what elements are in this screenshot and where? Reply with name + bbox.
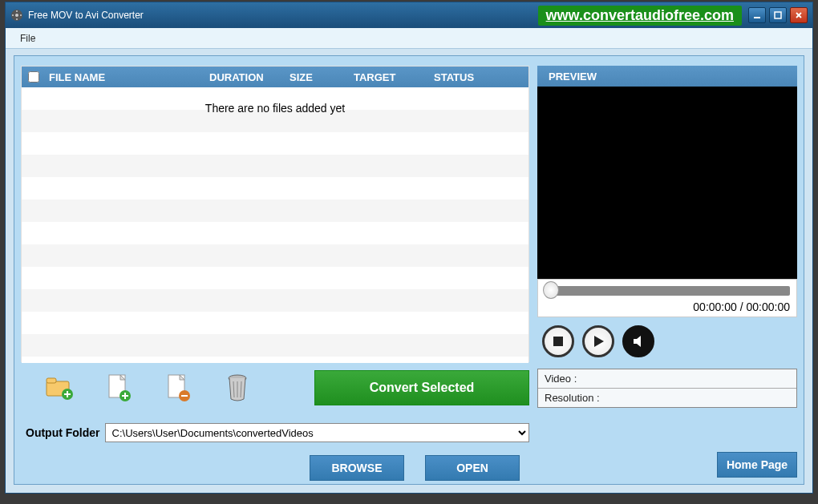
menubar: File [6,28,812,49]
preview-video-area[interactable] [537,87,797,279]
media-info-box: Video : Resolution : [537,369,797,408]
empty-message: There are no files added yet [22,102,528,115]
output-folder-row: Output Folder C:\Users\User\Documents\co… [21,423,529,442]
info-resolution-row: Resolution : [538,389,796,407]
header-status[interactable]: STATUS [431,71,511,83]
maximize-button[interactable] [769,7,787,23]
browse-button[interactable]: BROWSE [310,455,404,481]
svg-rect-29 [553,337,563,346]
svg-point-4 [12,14,14,16]
file-remove-icon [165,373,191,402]
app-window: Free MOV to Avi Converter www.convertaud… [5,2,813,494]
mute-button[interactable] [622,325,654,357]
folder-add-icon [45,375,74,401]
info-video-label: Video : [545,373,577,385]
file-add-icon [106,373,132,402]
seek-slider[interactable] [545,286,790,296]
open-button[interactable]: OPEN [425,455,520,481]
svg-marker-31 [634,336,641,347]
action-buttons: BROWSE OPEN [21,455,529,481]
delete-all-button[interactable] [221,372,253,404]
table-body[interactable]: There are no files added yet [22,87,528,363]
playback-controls [537,317,797,365]
output-folder-select[interactable]: C:\Users\User\Documents\convertedVideos [105,423,529,442]
left-pane: FILE NAME DURATION SIZE TARGET STATUS Th… [21,66,529,481]
time-display: 00:00:00 / 00:00:00 [545,296,790,313]
svg-rect-11 [47,378,56,383]
minimize-button[interactable] [748,7,766,23]
add-folder-button[interactable] [43,372,75,404]
file-table: FILE NAME DURATION SIZE TARGET STATUS Th… [21,66,529,362]
info-resolution-label: Resolution : [545,392,600,404]
window-title: Free MOV to Avi Converter [28,10,144,21]
play-icon [591,334,605,349]
file-toolbar: Convert Selected [21,370,529,405]
table-header: FILE NAME DURATION SIZE TARGET STATUS [22,67,528,87]
info-video-row: Video : [538,369,796,389]
header-duration[interactable]: DURATION [206,71,286,83]
time-sep: / [737,300,747,313]
remove-file-button[interactable] [162,372,194,404]
right-pane: PREVIEW 00:00:00 / 00:00:00 [537,66,797,408]
seek-thumb[interactable] [543,281,559,299]
time-total: 00:00:00 [747,300,791,313]
speaker-icon [631,334,646,349]
svg-rect-6 [754,17,760,18]
header-target[interactable]: TARGET [350,71,431,83]
promo-link[interactable]: www.convertaudiofree.com [538,6,742,26]
home-page-button[interactable]: Home Page [717,452,797,478]
svg-point-2 [16,10,18,12]
stop-icon [552,335,565,348]
play-button[interactable] [582,325,614,357]
header-size[interactable]: SIZE [286,71,350,83]
menu-file[interactable]: File [15,31,40,46]
header-checkbox-cell [22,71,46,83]
svg-point-1 [15,14,18,17]
select-all-checkbox[interactable] [28,71,39,83]
preview-header: PREVIEW [537,66,797,87]
titlebar[interactable]: Free MOV to Avi Converter www.convertaud… [6,2,812,28]
content-area: FILE NAME DURATION SIZE TARGET STATUS Th… [14,55,804,485]
seek-box: 00:00:00 / 00:00:00 [537,279,797,317]
svg-rect-7 [775,12,781,18]
add-file-button[interactable] [103,372,135,404]
header-filename[interactable]: FILE NAME [46,71,206,83]
svg-point-3 [16,18,18,20]
trash-icon [225,373,249,402]
stop-button[interactable] [542,325,574,357]
time-current: 00:00:00 [693,300,737,313]
app-icon [10,9,23,22]
svg-point-5 [20,14,22,16]
close-button[interactable] [790,7,808,23]
convert-selected-button[interactable]: Convert Selected [314,370,529,405]
output-folder-label: Output Folder [26,426,100,439]
svg-marker-30 [594,336,604,347]
